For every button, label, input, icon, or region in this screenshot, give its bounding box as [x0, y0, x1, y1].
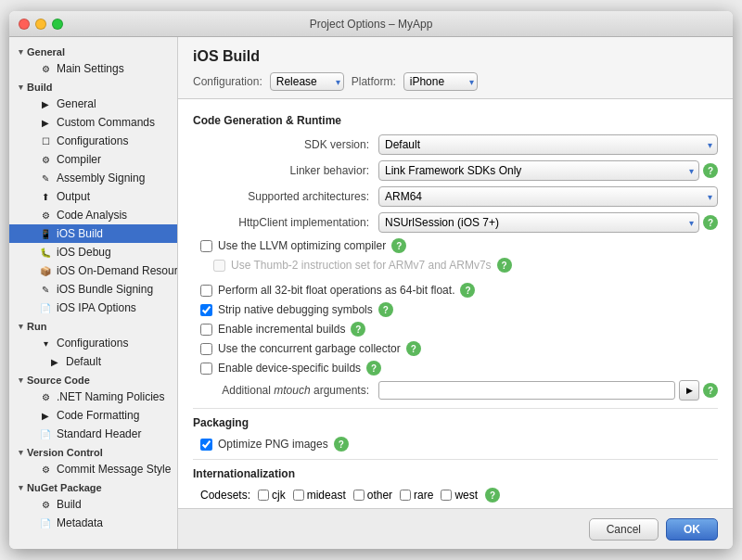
sidebar-item-nuget-build[interactable]: ⚙ Build — [9, 495, 177, 514]
http-help-icon[interactable]: ? — [703, 215, 718, 230]
codeset-west[interactable]: west — [441, 489, 478, 502]
strip-help-icon[interactable]: ? — [378, 302, 393, 317]
gc-label: Use the concurrent garbage collector — [218, 342, 401, 355]
sidebar-item-output[interactable]: ⬆ Output — [9, 187, 177, 206]
configuration-select[interactable]: Release — [270, 72, 344, 91]
sidebar-item-run-configurations[interactable]: ▾ Configurations — [9, 334, 177, 352]
sidebar-item-configurations[interactable]: ☐ Configurations — [9, 132, 177, 150]
llvm-checkbox[interactable] — [200, 240, 212, 252]
sidebar-item-code-analysis[interactable]: ⚙ Code Analysis — [9, 206, 177, 224]
arch-select[interactable]: ARM64 — [378, 186, 718, 207]
sign-icon: ✎ — [39, 172, 52, 185]
ok-button[interactable]: OK — [666, 518, 718, 541]
platform-select[interactable]: iPhone — [403, 72, 478, 91]
linker-control: Link Framework SDKs Only ? — [378, 160, 718, 181]
gc-help-icon[interactable]: ? — [406, 341, 421, 356]
linker-select[interactable]: Link Framework SDKs Only — [378, 160, 699, 181]
optimize-png-help-icon[interactable]: ? — [334, 437, 349, 452]
other-checkbox[interactable] — [353, 490, 365, 501]
linker-row: Linker behavior: Link Framework SDKs Onl… — [193, 160, 718, 181]
gear-icon: ⚙ — [39, 498, 52, 511]
debug-icon: 🐛 — [39, 246, 52, 259]
sidebar-item-assembly-signing[interactable]: ✎ Assembly Signing — [9, 169, 177, 187]
mideast-checkbox[interactable] — [293, 490, 304, 501]
gc-checkbox[interactable] — [200, 343, 212, 355]
i18n-title: Internationalization — [193, 467, 718, 480]
sidebar-item-naming-policies[interactable]: ⚙ .NET Naming Policies — [9, 388, 177, 406]
sdk-row: SDK version: Default — [193, 134, 718, 155]
window-controls — [19, 19, 63, 30]
mtouch-label: Additional mtouch arguments: — [193, 384, 378, 397]
minimize-button[interactable] — [35, 19, 46, 30]
gear-icon: ⚙ — [39, 463, 52, 476]
chevron-down-icon: ▾ — [19, 375, 23, 385]
float-help-icon[interactable]: ? — [460, 283, 475, 298]
sidebar-item-main-settings[interactable]: ⚙ Main Settings — [9, 59, 177, 78]
play-icon: ▶ — [39, 409, 52, 422]
sidebar-item-ios-ondemand[interactable]: 📦 iOS On-Demand Resources — [9, 261, 177, 280]
optimize-png-checkbox[interactable] — [200, 439, 212, 451]
sidebar-item-ios-debug[interactable]: 🐛 iOS Debug — [9, 243, 177, 261]
sdk-label: SDK version: — [193, 138, 378, 151]
sidebar-item-code-formatting[interactable]: ▶ Code Formatting — [9, 406, 177, 425]
chevron-down-icon: ▾ — [19, 448, 23, 457]
sidebar-item-build-general[interactable]: ▶ General — [9, 95, 177, 113]
gear-icon: ⚙ — [39, 153, 52, 166]
float-checkbox[interactable] — [200, 285, 212, 297]
http-row: HttpClient implementation: NSUrlSession … — [193, 212, 718, 233]
close-button[interactable] — [19, 19, 30, 30]
strip-checkbox[interactable] — [200, 304, 212, 316]
cjk-checkbox[interactable] — [258, 490, 269, 501]
gear-icon: ⚙ — [39, 62, 52, 75]
incremental-help-icon[interactable]: ? — [351, 322, 365, 337]
device-specific-checkbox[interactable] — [200, 363, 212, 375]
http-select[interactable]: NSUrlSession (iOS 7+) — [378, 212, 699, 233]
thumb2-checkbox[interactable] — [213, 260, 225, 272]
play-icon: ▶ — [39, 97, 52, 110]
sidebar-item-nuget-metadata[interactable]: 📄 Metadata — [9, 514, 177, 532]
sidebar-item-custom-commands[interactable]: ▶ Custom Commands — [9, 113, 177, 132]
incremental-checkbox[interactable] — [200, 324, 212, 336]
codeset-mideast[interactable]: mideast — [293, 489, 346, 502]
codeset-rare[interactable]: rare — [400, 489, 433, 502]
output-icon: ⬆ — [39, 190, 52, 203]
packaging-title: Packaging — [193, 416, 718, 429]
sidebar-section-nuget: ▾ NuGet Package — [9, 478, 177, 495]
http-control: NSUrlSession (iOS 7+) ? — [378, 212, 718, 233]
llvm-help-icon[interactable]: ? — [391, 238, 406, 253]
sidebar-item-run-default[interactable]: ▶ Default — [9, 352, 177, 371]
main-panel: iOS Build Configuration: Release Platfor… — [178, 37, 733, 549]
codeset-cjk[interactable]: cjk — [258, 489, 286, 502]
maximize-button[interactable] — [52, 19, 63, 30]
sidebar-section-build: ▾ Build — [9, 78, 177, 95]
incremental-row: Enable incremental builds ? — [193, 322, 718, 337]
linker-help-icon[interactable]: ? — [703, 163, 718, 178]
mobile-icon: 📱 — [39, 227, 52, 240]
chevron-down-icon: ▾ — [19, 483, 23, 492]
thumb2-help-icon[interactable]: ? — [497, 258, 512, 273]
platform-select-wrapper: iPhone — [403, 72, 478, 91]
http-select-wrapper: NSUrlSession (iOS 7+) — [378, 212, 699, 233]
sdk-select[interactable]: Default — [378, 134, 718, 155]
i18n-help-icon[interactable]: ? — [485, 488, 500, 503]
codeset-other[interactable]: other — [353, 489, 392, 502]
device-specific-help-icon[interactable]: ? — [366, 361, 381, 375]
sidebar-item-ios-bundle-signing[interactable]: ✎ iOS Bundle Signing — [9, 280, 177, 299]
footer: Cancel OK — [178, 508, 733, 549]
arch-label: Supported architectures: — [193, 190, 378, 203]
sidebar-item-ios-build[interactable]: 📱 iOS Build — [9, 224, 177, 243]
sidebar-item-standard-header[interactable]: 📄 Standard Header — [9, 425, 177, 443]
window-title: Project Options – MyApp — [310, 18, 433, 31]
sidebar-item-ios-ipa[interactable]: 📄 iOS IPA Options — [9, 299, 177, 317]
cancel-button[interactable]: Cancel — [589, 518, 659, 541]
doc-icon: 📄 — [39, 516, 52, 529]
thumb2-label: Use Thumb-2 instruction set for ARMv7 an… — [231, 259, 492, 272]
mtouch-run-button[interactable]: ▶ — [679, 380, 699, 401]
west-checkbox[interactable] — [441, 490, 452, 501]
mtouch-help-icon[interactable]: ? — [703, 383, 718, 398]
mtouch-input[interactable] — [378, 381, 675, 400]
sidebar-item-commit-message[interactable]: ⚙ Commit Message Style — [9, 460, 177, 478]
linker-label: Linker behavior: — [193, 164, 378, 177]
rare-checkbox[interactable] — [400, 490, 411, 501]
sidebar-item-compiler[interactable]: ⚙ Compiler — [9, 150, 177, 169]
